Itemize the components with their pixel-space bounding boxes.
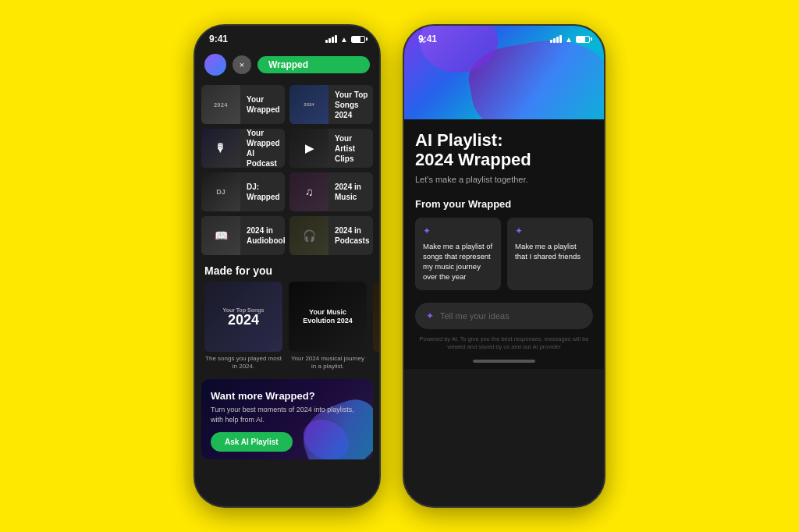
grid-layout: 2024 Your Wrapped 2024 Your Top Songs 20… [201,85,373,255]
left-status-icons: ▲ [325,35,365,44]
right-phone: 9:41 ▲ × [403,24,605,508]
suggestion-cards: ✦ Make me a playlist of songs that repre… [415,218,593,290]
from-wrapped-label: From your Wrapped [415,198,593,210]
hor-sub-video: A video starring... [373,355,379,363]
hor-sub-evolution: Your 2024 musical journey in a playlist. [289,355,367,370]
card-label-wrapped: Your Wrapped [247,94,285,115]
avatar[interactable] [204,54,226,76]
card-thumb-podcasts: 🎧 [289,216,328,255]
card-thumb-podcast: 🎙 [201,129,240,168]
suggestion-card-1[interactable]: ✦ Make me a playlist of songs that repre… [415,218,501,290]
wrapped-banner: Want more Wrapped? Turn your best moment… [201,379,373,459]
card-label-dj: DJ: Wrapped [247,182,285,202]
grid-card-music[interactable]: ♫ 2024 in Music [289,172,373,211]
card-thumb-wrapped: 2024 [201,85,240,124]
card-label-audiobooks: 2024 in Audiobooks [247,225,285,246]
grid-card-ai-podcast[interactable]: 🎙 Your Wrapped AI Podcast [201,129,285,168]
made-for-you-label: Made for you [195,258,379,282]
ask-ai-button[interactable]: Ask AI Playlist [211,432,293,452]
main-title: AI Playlist:2024 Wrapped [415,130,593,170]
hor-card-topsongs[interactable]: Your Top Songs 2024 The songs you played… [204,282,282,370]
hor-card-video[interactable]: Your Vid... A video starring... [373,282,379,370]
banner-title: Want more Wrapped? [211,390,364,402]
powered-text: Powered by AI. To give you the best resp… [415,335,593,352]
right-close-button[interactable]: × [414,32,431,49]
right-wifi-icon: ▲ [565,35,573,44]
hor-sub-topsongs: The songs you played most in 2024. [204,355,282,370]
hor-img-topsongs: Your Top Songs 2024 [204,282,282,352]
card-label-artist: Your Artist Clips [335,133,373,164]
suggestion-card-2[interactable]: ✦ Make me a playlist that I shared frien… [507,218,593,290]
hor-img-video: Your Vid... [373,282,379,352]
main-subtitle: Let's make a playlist together. [415,175,593,184]
card-thumb-music: ♫ [289,172,328,211]
home-indicator [473,360,535,363]
grid-card-podcasts[interactable]: 🎧 2024 in Podcasts [289,216,373,255]
right-signal-icon [550,35,562,43]
suggestion-text-2: Make me a playlist that I shared friends [515,241,585,262]
right-battery-icon [576,36,590,43]
right-body: AI Playlist:2024 Wrapped Let's make a pl… [404,119,604,369]
grid-card-dj-wrapped[interactable]: DJ DJ: Wrapped [201,172,285,211]
grid-card-audiobooks[interactable]: 📖 2024 in Audiobooks [201,216,285,255]
banner-subtitle: Turn your best moments of 2024 into play… [211,405,364,424]
card-thumb-topsongs: 2024 [289,85,328,124]
signal-icon [325,35,337,43]
card-label-podcast: Your Wrapped AI Podcast [247,129,285,168]
wifi-icon: ▲ [340,35,348,44]
right-status-bar: 9:41 ▲ [404,26,604,49]
hor-card-evolution[interactable]: Your Music Evolution 2024 Your 2024 musi… [289,282,367,370]
grid-card-your-wrapped[interactable]: 2024 Your Wrapped [201,85,285,124]
left-status-bar: 9:41 ▲ [195,26,379,49]
search-bar: × Wrapped [195,49,379,82]
suggestion-icon-1: ✦ [423,225,493,236]
close-button[interactable]: × [233,55,251,74]
horizontal-scroll: Your Top Songs 2024 The songs you played… [195,282,379,374]
input-placeholder: Tell me your ideas [440,311,582,321]
left-phone-content: × Wrapped 2024 Your Wrapped [195,49,379,503]
input-icon: ✦ [426,310,434,321]
battery-icon [351,36,365,43]
right-status-icons: ▲ [550,35,590,44]
card-thumb-audiobooks: 📖 [201,216,240,255]
grid-card-top-songs[interactable]: 2024 Your Top Songs 2024 [289,85,373,124]
suggestion-icon-2: ✦ [515,225,585,236]
left-status-time: 9:41 [209,34,228,44]
wrapped-pill[interactable]: Wrapped [257,56,370,73]
card-thumb-dj: DJ [201,172,240,211]
tell-ideas-input[interactable]: ✦ Tell me your ideas [415,303,593,329]
card-label-topsongs: Your Top Songs 2024 [335,90,373,120]
grid-card-artist-clips[interactable]: ▶ Your Artist Clips [289,129,373,168]
hor-img-evolution: Your Music Evolution 2024 [289,282,367,352]
card-thumb-artist: ▶ [289,129,328,168]
grid-section: 2024 Your Wrapped 2024 Your Top Songs 20… [195,82,379,258]
phones-container: 9:41 ▲ × Wrapped [178,9,621,523]
card-label-podcasts: 2024 in Podcasts [335,225,373,246]
card-label-music: 2024 in Music [335,182,373,202]
left-phone: 9:41 ▲ × Wrapped [194,24,381,508]
suggestion-text-1: Make me a playlist of songs that represe… [423,241,493,282]
